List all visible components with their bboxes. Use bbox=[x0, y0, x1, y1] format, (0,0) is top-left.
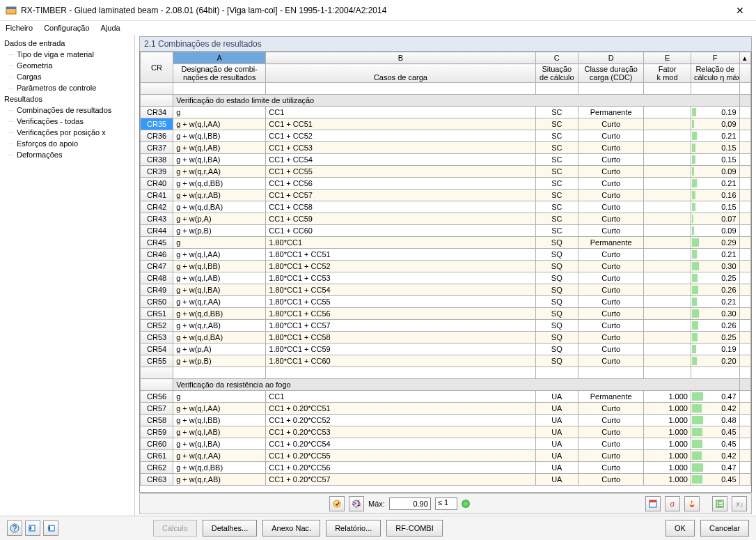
cancel-button[interactable]: Cancelar bbox=[700, 520, 749, 537]
tree-item[interactable]: Combinações de resultados bbox=[1, 105, 133, 116]
row-header[interactable]: CR40 bbox=[141, 178, 173, 190]
col-F[interactable]: F bbox=[691, 52, 739, 64]
table-row[interactable]: CR49g + w(q,l,BA)1.80*CC1 + CC54SQCurto0… bbox=[141, 284, 751, 296]
row-header[interactable]: CR47 bbox=[141, 261, 173, 272]
table-row[interactable]: CR53g + w(q,d,BA)1.80*CC1 + CC58SQCurto0… bbox=[141, 332, 751, 344]
table-row[interactable]: CR41g + w(q,r,AB)CC1 + CC57SCCurto0.16 bbox=[141, 190, 751, 201]
col-C[interactable]: C bbox=[535, 52, 578, 64]
table-row[interactable]: CR51g + w(q,d,BB)1.80*CC1 + CC56SQCurto0… bbox=[141, 308, 751, 320]
row-header[interactable]: CR58 bbox=[141, 415, 173, 426]
col-cr[interactable]: CR bbox=[141, 52, 173, 83]
table-row[interactable]: CR48g + w(q,l,AB)1.80*CC1 + CC53SQCurto0… bbox=[141, 272, 751, 284]
tree-item[interactable]: Esforços do apoio bbox=[1, 138, 133, 149]
row-header[interactable]: CR51 bbox=[141, 308, 173, 320]
row-header[interactable]: CR55 bbox=[141, 355, 173, 367]
table-row[interactable]: CR44g + w(p,B)CC1 + CC60SCCurto0.09 bbox=[141, 225, 751, 237]
max-value-input[interactable] bbox=[389, 497, 431, 510]
col-A[interactable]: A bbox=[173, 52, 266, 64]
row-header[interactable]: CR34 bbox=[141, 107, 173, 118]
table-row[interactable]: CR39g + w(q,r,AA)CC1 + CC55SCCurto0.09 bbox=[141, 166, 751, 178]
results-grid[interactable]: CR A B C D E F ▴ Designação de combi-naç… bbox=[139, 52, 752, 493]
table-row[interactable]: CR60g + w(q,l,BA)CC1 + 0.20*CC54UACurto1… bbox=[141, 438, 751, 450]
row-header[interactable]: CR57 bbox=[141, 403, 173, 415]
next-table-button[interactable] bbox=[43, 520, 58, 536]
jump-graphic-button[interactable]: x₁ bbox=[732, 496, 747, 511]
tree-input-root[interactable]: Dados de entrada bbox=[1, 38, 133, 49]
table-row[interactable]: CR55g + w(p,B)1.80*CC1 + CC60SQCurto0.20 bbox=[141, 355, 751, 367]
table-row[interactable]: CR50g + w(q,r,AA)1.80*CC1 + CC55SQCurto0… bbox=[141, 296, 751, 308]
row-header[interactable]: CR54 bbox=[141, 344, 173, 355]
row-header[interactable]: CR63 bbox=[141, 474, 173, 486]
table-row[interactable]: CR42g + w(q,d,BA)CC1 + CC58SCCurto0.15 bbox=[141, 201, 751, 213]
row-header[interactable]: CR39 bbox=[141, 166, 173, 178]
row-header[interactable]: CR62 bbox=[141, 462, 173, 474]
row-header[interactable]: CR61 bbox=[141, 450, 173, 462]
col-E[interactable]: E bbox=[644, 52, 691, 64]
table-row[interactable]: CR38g + w(q,l,BA)CC1 + CC54SCCurto0.15 bbox=[141, 154, 751, 166]
tree-item[interactable]: Cargas bbox=[1, 71, 133, 82]
tree-results-root[interactable]: Resultados bbox=[1, 93, 133, 105]
table-row[interactable]: CR59g + w(q,l,AB)CC1 + 0.20*CC53UACurto1… bbox=[141, 426, 751, 438]
table-row[interactable]: CR47g + w(q,l,BB)1.80*CC1 + CC52SQCurto0… bbox=[141, 261, 751, 272]
tree-item[interactable]: Verificações - todas bbox=[1, 116, 133, 127]
table-row[interactable]: CR36g + w(q,l,BB)CC1 + CC52SCCurto0.21 bbox=[141, 130, 751, 142]
row-header[interactable]: CR46 bbox=[141, 249, 173, 261]
tree-item[interactable]: Tipo de viga e material bbox=[1, 49, 133, 60]
table-row[interactable]: CR43g + w(p,A)CC1 + CC59SCCurto0.07 bbox=[141, 213, 751, 225]
table-row[interactable]: CR62g + w(q,d,BB)CC1 + 0.20*CC56UACurto1… bbox=[141, 462, 751, 474]
table-row[interactable]: CR45g1.80*CC1SQPermanente0.29 bbox=[141, 237, 751, 249]
view-sigma-button[interactable]: σ bbox=[665, 496, 680, 511]
table-row[interactable]: CR61g + w(q,r,AA)CC1 + 0.20*CC55UACurto1… bbox=[141, 450, 751, 462]
details-button[interactable]: Detalhes... bbox=[203, 520, 258, 537]
tree-item[interactable]: Geometria bbox=[1, 60, 133, 71]
row-header[interactable]: CR35 bbox=[141, 118, 173, 130]
close-button[interactable]: ✕ bbox=[730, 5, 750, 16]
table-row[interactable]: CR34gCC1SCPermanente0.19 bbox=[141, 107, 751, 118]
tree-item[interactable]: Verificações por posição x bbox=[1, 127, 133, 138]
export-excel-button[interactable]: E bbox=[712, 496, 727, 511]
menu-file[interactable]: Ficheiro bbox=[6, 24, 33, 32]
view-fire-button[interactable] bbox=[684, 496, 700, 511]
table-row[interactable]: CR56gCC1UAPermanente1.0000.47 bbox=[141, 391, 751, 403]
row-header[interactable]: CR53 bbox=[141, 332, 173, 344]
row-header[interactable]: CR36 bbox=[141, 130, 173, 142]
view-colors-button[interactable] bbox=[645, 496, 661, 511]
col-D[interactable]: D bbox=[578, 52, 644, 64]
rf-combi-button[interactable]: RF-COMBI bbox=[386, 520, 442, 537]
national-annex-button[interactable]: Anexo Nac. bbox=[262, 520, 320, 537]
row-header[interactable]: CR52 bbox=[141, 320, 173, 332]
prev-table-button[interactable] bbox=[25, 520, 40, 536]
col-B[interactable]: B bbox=[266, 52, 535, 64]
row-header[interactable]: CR50 bbox=[141, 296, 173, 308]
row-header[interactable]: CR49 bbox=[141, 284, 173, 296]
scroll-up-icon[interactable]: ▴ bbox=[739, 52, 750, 64]
row-header[interactable]: CR43 bbox=[141, 213, 173, 225]
row-header[interactable]: CR42 bbox=[141, 201, 173, 213]
menu-config[interactable]: Configuração bbox=[44, 24, 89, 32]
table-row[interactable]: CR40g + w(q,d,BB)CC1 + CC56SCCurto0.21 bbox=[141, 178, 751, 190]
row-header[interactable]: CR45 bbox=[141, 237, 173, 249]
row-header[interactable]: CR56 bbox=[141, 391, 173, 403]
row-header[interactable]: CR41 bbox=[141, 190, 173, 201]
table-row[interactable]: CR63g + w(q,r,AB)CC1 + 0.20*CC57UACurto1… bbox=[141, 474, 751, 486]
tree-item[interactable]: Parâmetros de controle bbox=[1, 82, 133, 93]
table-row[interactable]: CR35g + w(q,l,AA)CC1 + CC51SCCurto0.09 bbox=[141, 118, 751, 130]
row-header[interactable]: CR44 bbox=[141, 225, 173, 237]
table-row[interactable]: CR52g + w(q,r,AB)1.80*CC1 + CC57SQCurto0… bbox=[141, 320, 751, 332]
report-button[interactable]: Relatório... bbox=[326, 520, 381, 537]
table-row[interactable]: CR46g + w(q,l,AA)1.80*CC1 + CC51SQCurto0… bbox=[141, 249, 751, 261]
tree-item[interactable]: Deformações bbox=[1, 149, 133, 160]
menu-help[interactable]: Ajuda bbox=[101, 24, 120, 32]
row-header[interactable]: CR48 bbox=[141, 272, 173, 284]
ok-button[interactable]: OK bbox=[666, 520, 695, 537]
table-row[interactable]: CR57g + w(q,l,AA)CC1 + 0.20*CC51UACurto1… bbox=[141, 403, 751, 415]
help-button[interactable]: ? bbox=[7, 520, 22, 536]
table-row[interactable]: CR37g + w(q,l,AB)CC1 + CC53SCCurto0.15 bbox=[141, 142, 751, 154]
table-row[interactable]: CR58g + w(q,l,BB)CC1 + 0.20*CC52UACurto1… bbox=[141, 415, 751, 426]
filter-highlight-button[interactable] bbox=[329, 496, 345, 511]
row-header[interactable]: CR60 bbox=[141, 438, 173, 450]
navigator-tree[interactable]: Dados de entrada Tipo de viga e material… bbox=[0, 35, 135, 516]
row-header[interactable]: CR38 bbox=[141, 154, 173, 166]
row-header[interactable]: CR37 bbox=[141, 142, 173, 154]
table-row[interactable]: CR54g + w(p,A)1.80*CC1 + CC59SQCurto0.19 bbox=[141, 344, 751, 355]
